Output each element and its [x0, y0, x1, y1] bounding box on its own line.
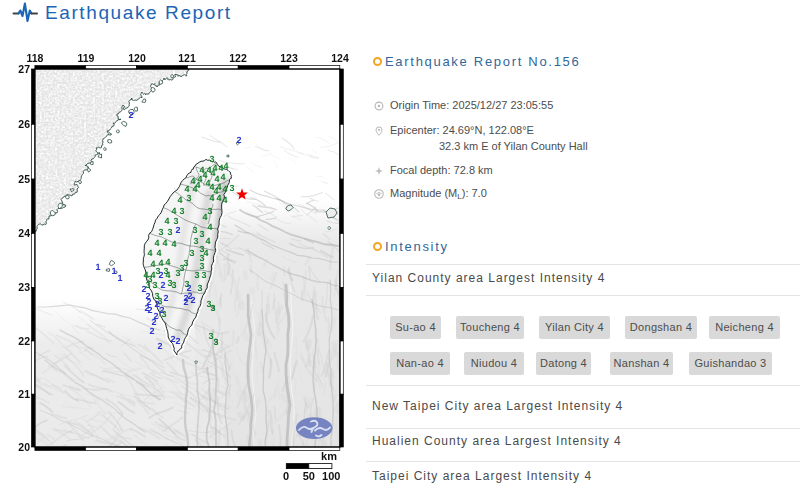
svg-text:4: 4	[205, 178, 210, 188]
svg-text:100: 100	[322, 470, 340, 482]
svg-text:4: 4	[154, 238, 159, 248]
svg-text:4: 4	[222, 195, 227, 205]
svg-text:3: 3	[186, 193, 191, 203]
svg-text:2: 2	[128, 110, 133, 120]
svg-text:50: 50	[303, 470, 315, 482]
svg-text:2: 2	[183, 297, 188, 307]
svg-text:3: 3	[201, 270, 206, 280]
svg-text:1: 1	[117, 273, 122, 283]
svg-text:3: 3	[197, 283, 202, 293]
svg-text:2: 2	[158, 270, 163, 280]
svg-text:2: 2	[190, 295, 195, 305]
svg-text:124: 124	[331, 52, 349, 64]
svg-text:2: 2	[163, 293, 168, 303]
svg-text:3: 3	[210, 303, 215, 313]
svg-text:1: 1	[95, 262, 100, 272]
svg-text:2: 2	[157, 341, 162, 351]
svg-text:3: 3	[167, 278, 172, 288]
svg-text:4: 4	[222, 184, 227, 194]
svg-text:118: 118	[27, 52, 44, 64]
svg-text:3: 3	[179, 206, 184, 216]
svg-text:2: 2	[175, 225, 180, 235]
svg-text:4: 4	[156, 248, 161, 258]
svg-text:123: 123	[280, 52, 298, 64]
svg-text:24: 24	[18, 227, 30, 239]
svg-text:23: 23	[18, 281, 30, 293]
svg-text:120: 120	[128, 52, 146, 64]
svg-text:3: 3	[147, 274, 152, 284]
svg-text:2: 2	[141, 284, 146, 294]
svg-text:21: 21	[18, 388, 30, 400]
svg-text:4: 4	[210, 168, 215, 178]
svg-text:2: 2	[236, 135, 241, 145]
svg-text:4: 4	[205, 236, 210, 246]
svg-text:27: 27	[18, 63, 30, 75]
svg-text:4: 4	[220, 172, 225, 182]
svg-text:2: 2	[144, 303, 149, 313]
svg-text:3: 3	[158, 227, 163, 237]
svg-text:2: 2	[159, 305, 164, 315]
svg-text:4: 4	[223, 161, 228, 171]
svg-text:25: 25	[18, 173, 30, 185]
svg-text:3: 3	[193, 236, 198, 246]
svg-text:3: 3	[213, 337, 218, 347]
svg-text:3: 3	[189, 248, 194, 258]
svg-text:3: 3	[163, 266, 168, 276]
svg-text:4: 4	[207, 222, 212, 232]
svg-text:3: 3	[199, 229, 204, 239]
svg-text:km: km	[321, 450, 337, 462]
svg-text:3: 3	[209, 154, 214, 164]
svg-text:20: 20	[18, 441, 30, 453]
svg-text:2: 2	[153, 311, 158, 321]
svg-text:3: 3	[229, 183, 234, 193]
svg-text:26: 26	[18, 118, 30, 130]
svg-text:121: 121	[178, 52, 196, 64]
svg-text:4: 4	[195, 180, 200, 190]
svg-text:119: 119	[78, 52, 95, 64]
svg-text:1: 1	[111, 266, 116, 276]
svg-text:2: 2	[160, 280, 165, 290]
svg-text:4: 4	[147, 248, 152, 258]
svg-text:4: 4	[164, 216, 169, 226]
svg-text:22: 22	[18, 335, 30, 347]
svg-text:122: 122	[229, 52, 247, 64]
svg-text:4: 4	[213, 186, 218, 196]
svg-text:0: 0	[283, 470, 289, 482]
svg-text:4: 4	[162, 238, 167, 248]
svg-text:4: 4	[171, 206, 176, 216]
svg-text:3: 3	[192, 225, 197, 235]
svg-text:3: 3	[167, 227, 172, 237]
svg-text:4: 4	[177, 195, 182, 205]
svg-text:3: 3	[152, 280, 157, 290]
svg-text:4: 4	[171, 239, 176, 249]
svg-text:3: 3	[194, 270, 199, 280]
svg-text:3: 3	[179, 263, 184, 273]
svg-text:2: 2	[149, 326, 154, 336]
svg-text:3: 3	[207, 206, 212, 216]
svg-text:2: 2	[175, 336, 180, 346]
